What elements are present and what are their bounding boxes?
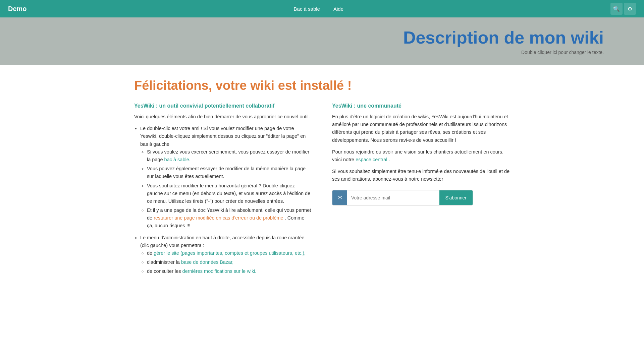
main-nav: Bac à sable Aide <box>27 6 610 12</box>
brand-logo[interactable]: Demo <box>8 5 27 13</box>
mail-icon: ✉ <box>332 190 347 205</box>
right-para1: En plus d'être un logiciel de création d… <box>332 113 510 144</box>
gerer-site-link[interactable]: gérer le site (pages importantes, compte… <box>154 250 306 256</box>
sub-list: Si vous voulez vous exercer sereinement,… <box>147 148 312 230</box>
list-item-text: Le menu d'administration en haut à droit… <box>140 235 305 248</box>
list-item: de gérer le site (pages importantes, com… <box>147 249 312 257</box>
dernieres-modifs-link[interactable]: dernières modifications sur le wiki. <box>182 268 257 274</box>
nav-item-aide[interactable]: Aide <box>333 6 343 12</box>
list-item: Vous souhaitez modifier le menu horizont… <box>147 182 312 205</box>
bac-a-sable-link[interactable]: bac à sable <box>164 157 189 162</box>
gear-icon: ⚙ <box>628 6 632 12</box>
list-item: Si vous voulez vous exercer sereinement,… <box>147 148 312 164</box>
content-columns: YesWiki : un outil convivial potentielle… <box>134 103 510 280</box>
newsletter-form: ✉ S'abonner <box>332 190 473 205</box>
search-button[interactable]: 🔍 <box>610 3 623 15</box>
settings-button[interactable]: ⚙ <box>624 3 636 15</box>
search-icon: 🔍 <box>613 6 620 12</box>
hero-section[interactable]: Description de mon wiki Double cliquer i… <box>0 17 644 65</box>
email-input[interactable] <box>347 190 439 205</box>
list-item: Vous pouvez également essayer de modifie… <box>147 165 312 180</box>
right-para3: Si vous souhaitez simplement être tenu·e… <box>332 168 510 183</box>
bazar-link[interactable]: base de données Bazar, <box>181 259 233 265</box>
list-item: Le menu d'administration en haut à droit… <box>140 234 312 276</box>
para2-after: . <box>387 157 390 162</box>
list-item: Le double-clic est votre ami ! Si vous v… <box>140 125 312 230</box>
subscribe-button[interactable]: S'abonner <box>439 190 473 205</box>
restaurer-link[interactable]: restaurer une page modifiée en cas d'err… <box>154 215 283 221</box>
list-item-text: Le double-clic est votre ami ! Si vous v… <box>140 126 306 146</box>
hero-subtitle: Double cliquer ici pour changer le texte… <box>521 50 604 55</box>
espace-central-link[interactable]: espace central <box>356 157 387 162</box>
header-actions: 🔍 ⚙ <box>610 3 636 15</box>
left-column: YesWiki : un outil convivial potentielle… <box>134 103 312 280</box>
right-section-title: YesWiki : une communauté <box>332 103 510 109</box>
page-heading: Félicitations, votre wiki est installé ! <box>134 78 510 93</box>
right-column: YesWiki : une communauté En plus d'être … <box>332 103 510 280</box>
nav-item-bac-a-sable[interactable]: Bac à sable <box>294 6 320 12</box>
right-para2: Pour nous rejoindre ou avoir une vision … <box>332 148 510 164</box>
left-section-title: YesWiki : un outil convivial potentielle… <box>134 103 312 109</box>
list-item: d'administrer la base de données Bazar, <box>147 258 312 266</box>
left-bullet-list: Le double-clic est votre ami ! Si vous v… <box>140 125 312 275</box>
hero-title: Description de mon wiki <box>403 27 604 48</box>
list-item: Et il y a une page de la doc YesWiki à l… <box>147 206 312 230</box>
main-content: Félicitations, votre wiki est installé !… <box>121 78 523 280</box>
list-item: de consulter les dernières modifications… <box>147 267 312 275</box>
sub-list-2: de gérer le site (pages importantes, com… <box>147 249 312 276</box>
left-intro: Voici quelques éléments afin de bien dém… <box>134 113 312 121</box>
header: Demo Bac à sable Aide 🔍 ⚙ <box>0 0 644 17</box>
